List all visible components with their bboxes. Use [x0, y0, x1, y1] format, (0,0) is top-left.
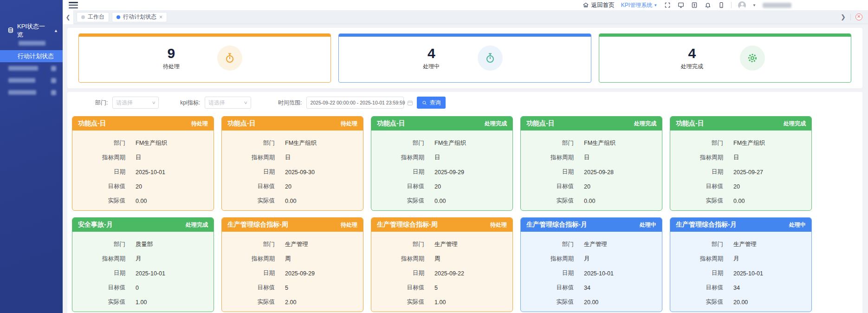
tab-status-dot — [117, 15, 120, 19]
kpi-field-row: 指标周期日 — [230, 150, 355, 165]
field-label: 目标值 — [679, 284, 723, 292]
kpi-card-body: 部门FM生产组织指标周期日日期2025-09-28目标值20实际值0.00 — [521, 130, 662, 208]
app-icon[interactable] — [691, 2, 698, 9]
dept-select[interactable]: 请选择 ∨ — [112, 97, 159, 109]
bell-icon[interactable] — [704, 2, 711, 9]
field-value: 周 — [434, 255, 504, 263]
monitor-icon[interactable] — [677, 2, 684, 9]
dept-select-placeholder: 请选择 — [116, 99, 133, 107]
kpi-card-title: 功能点-日 — [78, 119, 106, 128]
blurred-label — [8, 66, 38, 71]
card-top-strip — [79, 34, 330, 37]
kpi-card: 生产管理综合指标-月 处理中 部门生产管理指标周期月日期2025-10-01目标… — [520, 217, 662, 312]
close-all-tabs-icon[interactable]: ✕ — [855, 13, 862, 20]
date-range-value: 2025-09-22 00:00:00 - 2025-10-01 23:59:5… — [310, 100, 405, 105]
kpi-select-placeholder: 请选择 — [208, 99, 225, 107]
kpi-card-status-badge: 处理完成 — [634, 120, 656, 128]
kpi-field-row: 目标值20 — [380, 179, 504, 194]
sidebar-item-action-plan-status[interactable]: 行动计划状态 — [0, 50, 63, 62]
back-to-home-link[interactable]: 返回首页 — [583, 1, 615, 9]
kpi-field-row: 部门生产管理 — [380, 237, 504, 252]
field-value: 0.00 — [584, 198, 654, 204]
kpi-card-body: 部门FM生产组织指标周期日日期2025-09-27目标值20实际值0.00 — [670, 130, 811, 208]
field-label: 部门 — [529, 139, 574, 147]
tab-action-plan-status[interactable]: 行动计划状态 × — [112, 12, 167, 22]
field-label: 指标周期 — [81, 154, 125, 162]
kpi-card-header: 功能点-日 待处理 — [222, 117, 363, 130]
field-value: 0 — [136, 285, 205, 291]
sidebar-item-blurred[interactable] — [0, 74, 63, 86]
kpi-card-body: 部门FM生产组织指标周期日日期2025-09-30目标值20实际值0.00 — [222, 130, 363, 208]
filter-bar: 部门: 请选择 ∨ kpi指标: 请选择 ∨ 时间范围: 2025-09-22 … — [72, 97, 851, 109]
kpi-field-row: 目标值20 — [81, 179, 205, 194]
field-value: 20 — [136, 183, 205, 190]
top-header: 返回首页 KPI管理系统 ▼ — [63, 0, 868, 10]
phone-icon[interactable] — [718, 2, 725, 9]
tab-workbench[interactable]: 工作台 — [77, 12, 109, 22]
field-label: 实际值 — [230, 197, 275, 205]
kpi-select[interactable]: 请选择 ∨ — [205, 97, 251, 109]
field-value: 日 — [434, 154, 504, 162]
summary-label: 处理完成 — [681, 63, 703, 71]
kpi-card-status-badge: 处理中 — [640, 221, 656, 229]
kpi-field-row: 日期2025-10-01 — [81, 266, 205, 280]
system-select[interactable]: KPI管理系统 ▼ — [621, 1, 657, 9]
kpi-field-row: 日期2025-09-29 — [230, 266, 355, 280]
field-label: 日期 — [81, 269, 125, 277]
kpi-field-row: 日期2025-09-29 — [380, 165, 504, 179]
summary-value: 9 — [163, 46, 180, 62]
field-label: 日期 — [679, 269, 723, 277]
kpi-field-row: 日期2025-09-30 — [230, 165, 355, 179]
close-icon[interactable]: × — [159, 14, 162, 20]
chevron-left-icon[interactable]: ❮ — [63, 10, 74, 24]
sidebar-group-kpi-status[interactable]: KPI状态一览 ▲ — [0, 24, 63, 37]
summary-value: 4 — [681, 46, 703, 62]
kpi-field-row: 指标周期周 — [380, 252, 504, 266]
field-value: 20 — [434, 183, 504, 190]
kpi-field-row: 指标周期日 — [81, 150, 205, 165]
summary-value: 4 — [423, 46, 440, 62]
field-label: 目标值 — [380, 183, 424, 190]
field-label: 指标周期 — [81, 255, 125, 263]
field-value: FM生产组织 — [584, 139, 654, 147]
chevron-right-icon[interactable]: ❯ — [841, 13, 846, 20]
kpi-card-body: 部门FM生产组织指标周期日日期2025-10-01目标值20实际值0.00 — [72, 130, 214, 208]
menu-icon[interactable] — [69, 2, 78, 8]
field-label: 实际值 — [81, 298, 125, 306]
sidebar-item-blurred[interactable] — [0, 86, 63, 98]
field-label: 目标值 — [81, 183, 125, 190]
blurred-label — [19, 41, 45, 46]
kpi-card-status-badge: 待处理 — [191, 120, 208, 128]
kpi-field-row: 目标值5 — [230, 280, 355, 295]
search-icon — [422, 100, 427, 105]
sidebar-active-label: 行动计划状态 — [18, 52, 54, 60]
field-value: FM生产组织 — [136, 139, 205, 147]
field-value: FM生产组织 — [733, 139, 803, 147]
field-value: 5 — [285, 285, 355, 291]
field-value: 生产管理 — [733, 241, 803, 248]
field-value: 0.00 — [136, 198, 205, 204]
fullscreen-icon[interactable] — [664, 2, 671, 9]
sidebar-item-blurred[interactable] — [0, 62, 63, 74]
search-button[interactable]: 查询 — [417, 97, 446, 109]
avatar[interactable] — [738, 1, 746, 9]
field-label: 实际值 — [380, 197, 424, 205]
kpi-field-row: 指标周期日 — [679, 150, 803, 165]
kpi-field-row: 日期2025-09-27 — [679, 165, 803, 179]
tab-label: 行动计划状态 — [123, 13, 156, 21]
field-label: 日期 — [380, 269, 424, 277]
kpi-field-row: 目标值20 — [529, 179, 654, 194]
username-blurred[interactable] — [763, 3, 791, 8]
date-range-input[interactable]: 2025-09-22 00:00:00 - 2025-10-01 23:59:5… — [306, 97, 404, 109]
blurred-label — [8, 78, 35, 83]
kpi-field-row: 日期2025-10-01 — [81, 165, 205, 179]
field-label: 实际值 — [529, 298, 574, 306]
chevron-down-icon: ▼ — [752, 3, 756, 7]
home-icon — [583, 2, 589, 9]
kpi-card-header: 安全事故-月 处理完成 — [72, 218, 214, 232]
summary-card-pending: 9 待处理 — [78, 33, 331, 83]
summary-card-completed: 4 处理完成 — [599, 33, 851, 83]
kpi-field-row: 部门FM生产组织 — [81, 136, 205, 150]
field-value: 月 — [733, 255, 803, 263]
field-value: 1.00 — [434, 299, 504, 306]
